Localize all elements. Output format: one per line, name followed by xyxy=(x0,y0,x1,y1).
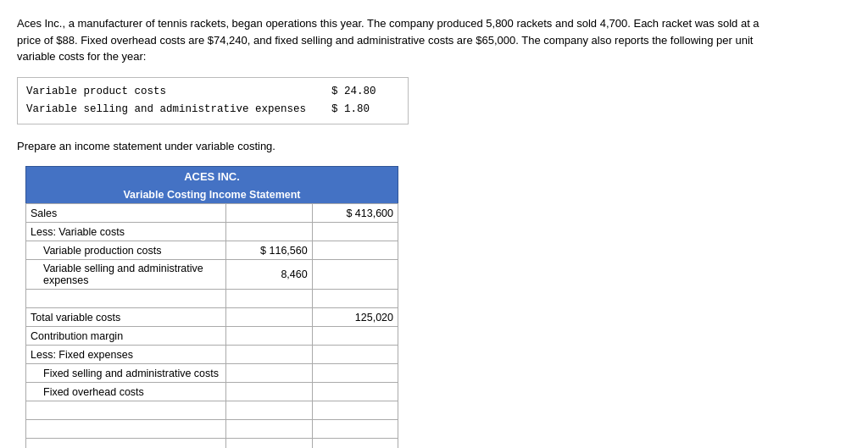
cost-row-1: Variable product costs $ 24.80 xyxy=(26,83,399,101)
row-mid-value xyxy=(226,204,312,223)
row-label xyxy=(26,290,226,308)
row-right-value xyxy=(312,364,398,383)
table-row xyxy=(26,420,398,439)
table-row xyxy=(26,290,398,308)
row-right-value xyxy=(312,223,398,241)
row-label: Contribution margin xyxy=(26,327,226,346)
row-right-value xyxy=(312,383,398,401)
table-row: Contribution margin xyxy=(26,327,398,346)
cost-row-2: Variable selling and administrative expe… xyxy=(26,101,399,119)
table-row xyxy=(26,401,398,420)
table-row: Total variable costs125,020 xyxy=(26,308,398,327)
table-row: Less: Fixed expenses xyxy=(26,346,398,364)
row-mid-value xyxy=(226,364,312,383)
row-label xyxy=(26,401,226,420)
row-right-value xyxy=(312,420,398,439)
row-right-value xyxy=(312,260,398,290)
row-label: Variable selling and administrative expe… xyxy=(26,260,226,290)
row-mid-value xyxy=(226,290,312,308)
row-label: Fixed overhead costs xyxy=(26,383,226,401)
row-mid-value xyxy=(226,223,312,241)
table-row: Fixed selling and administrative costs xyxy=(26,364,398,383)
row-label: Variable production costs xyxy=(26,241,226,260)
row-mid-value xyxy=(226,439,312,449)
table-row xyxy=(26,439,398,449)
cost-label-1: Variable product costs xyxy=(26,83,314,101)
table-row: Fixed overhead costs xyxy=(26,383,398,401)
table-row: Variable production costs$ 116,560 xyxy=(26,241,398,260)
row-label: Total variable costs xyxy=(26,308,226,327)
row-right-value xyxy=(312,439,398,449)
prepare-text: Prepare an income statement under variab… xyxy=(17,140,851,152)
row-label: Sales xyxy=(26,204,226,223)
statement-subtitle: Variable Costing Income Statement xyxy=(25,186,398,203)
row-label xyxy=(26,439,226,449)
table-row: Less: Variable costs xyxy=(26,223,398,241)
row-right-value xyxy=(312,290,398,308)
row-mid-value xyxy=(226,327,312,346)
row-mid-value xyxy=(226,383,312,401)
row-label xyxy=(26,420,226,439)
row-right-value xyxy=(312,401,398,420)
cost-label-2: Variable selling and administrative expe… xyxy=(26,101,314,119)
row-mid-value xyxy=(226,308,312,327)
row-right-value xyxy=(312,327,398,346)
table-row: Variable selling and administrative expe… xyxy=(26,260,398,290)
intro-text: Aces Inc., a manufacturer of tennis rack… xyxy=(17,15,780,65)
cost-table: Variable product costs $ 24.80 Variable … xyxy=(17,77,409,125)
income-statement: ACES INC. Variable Costing Income Statem… xyxy=(25,166,398,448)
row-mid-value xyxy=(226,420,312,439)
row-right-value: $ 413,600 xyxy=(312,204,398,223)
row-label: Fixed selling and administrative costs xyxy=(26,364,226,383)
statement-table: Sales$ 413,600Less: Variable costsVariab… xyxy=(25,203,398,448)
statement-title: ACES INC. xyxy=(25,166,398,186)
table-row: Sales$ 413,600 xyxy=(26,204,398,223)
row-mid-value xyxy=(226,346,312,364)
cost-value-1: $ 24.80 xyxy=(331,83,399,101)
row-right-value xyxy=(312,241,398,260)
row-right-value: 125,020 xyxy=(312,308,398,327)
row-right-value xyxy=(312,346,398,364)
row-mid-value: $ 116,560 xyxy=(226,241,312,260)
row-mid-value xyxy=(226,401,312,420)
cost-value-2: $ 1.80 xyxy=(331,101,399,119)
row-label: Less: Variable costs xyxy=(26,223,226,241)
row-mid-value: 8,460 xyxy=(226,260,312,290)
row-label: Less: Fixed expenses xyxy=(26,346,226,364)
